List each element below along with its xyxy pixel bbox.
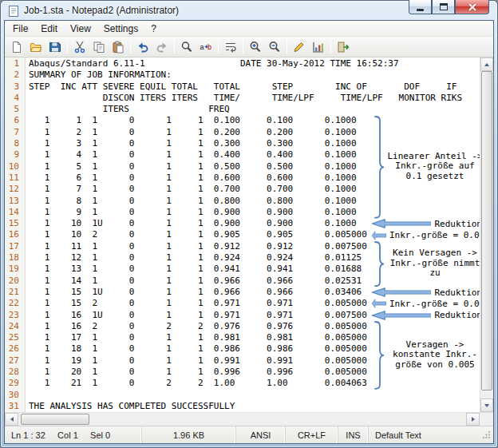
minimize-button[interactable] — [409, 0, 432, 14]
statusbar-encoding[interactable]: ANSI — [236, 426, 286, 443]
triangle-down-icon — [484, 404, 489, 407]
new-file-icon — [10, 41, 23, 54]
toolbar-button-undo[interactable] — [133, 38, 152, 56]
editor-line[interactable]: 3STEP INC ATT SEVERE EQUIL TOTAL TOTAL S… — [5, 81, 480, 93]
vertical-scroll-track[interactable] — [481, 71, 492, 398]
line-number: 19 — [5, 264, 22, 275]
notepad2-app-icon — [7, 5, 20, 18]
window-controls — [409, 0, 489, 14]
toolbar-button-exit[interactable] — [334, 38, 353, 56]
editor-lines: 1Abaqus/Standard 6.11-1 DATE 30-May-2012… — [5, 58, 480, 412]
editor-line[interactable]: 26 1 18 1 0 1 1 0.986 0.986 0.005000 — [5, 343, 480, 355]
editor-line[interactable]: 18 1 12 1 0 1 1 0.924 0.924 0.01125 — [5, 252, 480, 264]
triangle-left-icon — [10, 417, 14, 422]
editor-line[interactable]: 17 1 11 1 0 1 1 0.912 0.912 0.007500 — [5, 241, 480, 252]
editor-line[interactable]: 22 1 15 2 0 1 1 0.971 0.971 0.005000 — [5, 298, 480, 309]
line-number: 18 — [5, 252, 22, 264]
toolbar-button-save[interactable] — [45, 38, 65, 56]
save-icon — [49, 41, 61, 54]
toolbar-button-redo[interactable] — [152, 38, 172, 56]
menu-item-edit[interactable]: Edit — [34, 22, 64, 36]
maximize-button[interactable] — [432, 0, 455, 14]
editor-line[interactable]: 5 ITERS FREQ — [5, 104, 480, 115]
line-text: 1 21 1 0 2 2 1.00 1.00 0.004063 — [22, 378, 367, 389]
editor-line[interactable]: 9 1 4 1 0 1 1 0.400 0.400 0.1000 — [5, 149, 480, 161]
editor-line[interactable]: 24 1 16 2 0 2 2 0.976 0.976 0.005000 — [5, 321, 480, 332]
editor-line[interactable]: 1Abaqus/Standard 6.11-1 DATE 30-May-2012… — [5, 58, 480, 69]
toolbar-button-open-folder[interactable] — [26, 38, 45, 56]
editor-line[interactable]: 16 1 10 2 0 1 1 0.905 0.905 0.005000 — [5, 229, 480, 240]
editor-line[interactable]: 2SUMMARY OF JOB INFORMATION: — [5, 69, 480, 81]
line-text: Abaqus/Standard 6.11-1 DATE 30-May-2012 … — [22, 58, 399, 69]
editor-line[interactable]: 10 1 5 1 0 1 1 0.500 0.500 0.1000 — [5, 161, 480, 172]
cut-icon — [73, 41, 86, 54]
text-editor[interactable]: 1Abaqus/Standard 6.11-1 DATE 30-May-2012… — [5, 57, 480, 412]
menu-item-file[interactable]: File — [6, 22, 34, 36]
line-text: SUMMARY OF JOB INFORMATION: — [22, 69, 172, 81]
line-text: 1 16 1U 0 1 1 0.971 0.971 0.007500 — [22, 310, 367, 321]
titlebar[interactable]: Job-1.sta - Notepad2 (Administrator) — [4, 1, 494, 20]
editor-line[interactable]: 25 1 17 1 0 1 1 0.981 0.981 0.005000 — [5, 332, 480, 343]
editor-line[interactable]: 15 1 10 1U 0 1 1 0.900 0.900 0.1000 — [5, 218, 480, 229]
editor-line[interactable]: 6 1 1 1 0 1 1 0.100 0.100 0.1000 — [5, 115, 480, 126]
menu-item-help[interactable]: ? — [144, 22, 163, 36]
scroll-left-button[interactable] — [5, 413, 18, 426]
editor-line[interactable]: 12 1 7 1 0 1 1 0.700 0.700 0.1000 — [5, 184, 480, 195]
editor-line[interactable]: 14 1 9 1 0 1 1 0.900 0.900 0.1000 — [5, 207, 480, 218]
editor-line[interactable]: 11 1 6 1 0 1 1 0.600 0.600 0.1000 — [5, 172, 480, 184]
toolbar-button-replace[interactable]: ab — [196, 38, 215, 56]
statusbar-scheme: Default Text — [369, 426, 493, 443]
line-number: 23 — [5, 310, 22, 321]
horizontal-scroll-track[interactable] — [18, 413, 466, 426]
notepad2-window: Job-1.sta - Notepad2 (Administrator) Fil… — [0, 0, 498, 448]
editor-line[interactable]: 20 1 14 1 0 1 1 0.966 0.966 0.02531 — [5, 276, 480, 287]
menu-item-settings[interactable]: Settings — [97, 22, 144, 36]
triangle-up-icon — [484, 63, 489, 66]
editor-line[interactable]: 23 1 16 1U 0 1 1 0.971 0.971 0.007500 — [5, 310, 480, 321]
toolbar-button-scheme[interactable] — [290, 38, 309, 56]
editor-line[interactable]: 29 1 21 1 0 2 2 1.00 1.00 0.004063 — [5, 378, 480, 389]
toolbar-button-zoom-out[interactable] — [265, 38, 284, 56]
undo-icon — [136, 41, 149, 54]
statusbar-insert[interactable]: INS — [338, 426, 369, 443]
toolbar-button-word-wrap[interactable] — [221, 38, 240, 56]
toolbar-button-zoom-in[interactable] — [246, 38, 265, 56]
line-number: 3 — [5, 81, 22, 93]
toolbar-button-find[interactable] — [177, 38, 196, 56]
editor-line[interactable]: 4 DISCON ITERS ITERS TIME/ TIME/LPF TIME… — [5, 93, 480, 104]
chart-icon — [312, 41, 325, 54]
scroll-up-button[interactable] — [480, 57, 493, 71]
zoom-out-icon — [268, 41, 281, 54]
line-number: 2 — [5, 69, 22, 81]
editor-line[interactable]: 31THE ANALYSIS HAS COMPLETED SUCCESSFULL… — [5, 401, 480, 412]
scheme-icon — [293, 41, 306, 54]
vertical-scroll-thumb[interactable] — [481, 71, 492, 391]
statusbar-eol[interactable]: CR+LF — [286, 426, 338, 443]
editor-line[interactable]: 7 1 2 1 0 1 1 0.200 0.200 0.1000 — [5, 127, 480, 138]
horizontal-scroll-thumb[interactable] — [21, 414, 89, 425]
toolbar-button-copy[interactable] — [89, 38, 109, 56]
menu-item-view[interactable]: View — [64, 22, 97, 36]
line-number: 1 — [5, 58, 22, 69]
line-text: 1 10 2 0 1 1 0.905 0.905 0.005000 — [22, 229, 367, 240]
scroll-down-button[interactable] — [480, 398, 493, 412]
line-number: 8 — [5, 138, 22, 149]
toolbar-button-paste[interactable] — [109, 38, 128, 56]
horizontal-scrollbar[interactable] — [5, 412, 493, 426]
editor-line[interactable]: 13 1 8 1 0 1 1 0.800 0.800 0.1000 — [5, 196, 480, 207]
editor-line[interactable]: 30 — [5, 390, 480, 401]
line-number: 25 — [5, 332, 22, 343]
editor-line[interactable]: 27 1 19 1 0 1 1 0.991 0.991 0.005000 — [5, 355, 480, 367]
editor-line[interactable]: 8 1 3 1 0 1 1 0.300 0.300 0.1000 — [5, 138, 480, 149]
toolbar-button-new-file[interactable] — [7, 38, 26, 56]
scroll-right-button[interactable] — [466, 413, 480, 426]
editor-line[interactable]: 21 1 15 1U 0 1 1 0.966 0.966 0.03406 — [5, 287, 480, 298]
editor-line[interactable]: 19 1 13 1 0 1 1 0.941 0.941 0.01688 — [5, 264, 480, 275]
editor-line[interactable]: 28 1 20 1 0 1 1 0.996 0.996 0.005000 — [5, 367, 480, 378]
resize-grip[interactable] — [482, 430, 491, 441]
line-number: 4 — [5, 93, 22, 104]
close-button[interactable] — [455, 0, 489, 14]
toolbar-button-chart[interactable] — [309, 38, 328, 56]
vertical-scrollbar[interactable] — [480, 57, 493, 412]
toolbar-button-cut[interactable] — [70, 38, 89, 56]
